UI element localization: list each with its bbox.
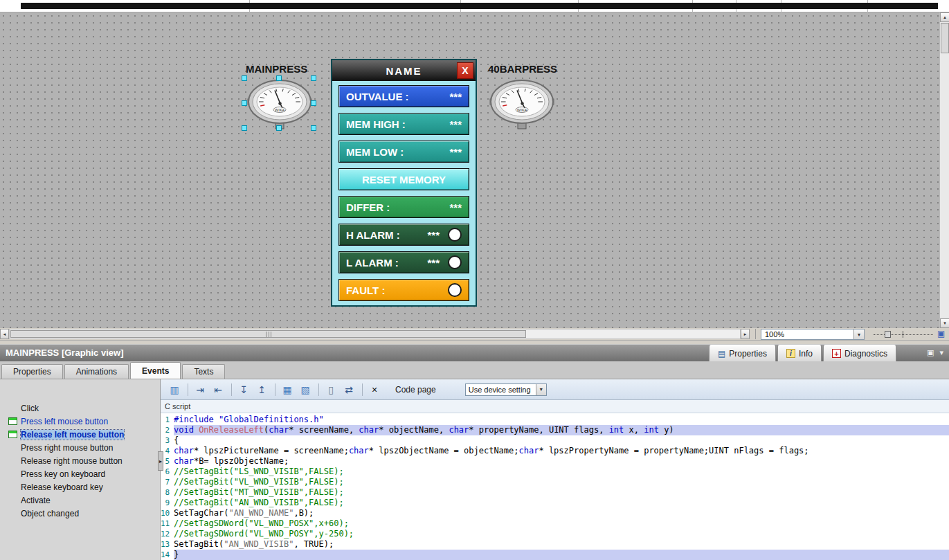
faceplate-row-value: *** xyxy=(449,118,462,130)
indent-icon[interactable]: ⇥ xyxy=(192,382,208,397)
selection-handle[interactable] xyxy=(276,125,282,131)
edit-table-icon[interactable]: ▧ xyxy=(297,382,314,397)
faceplate-row-6[interactable]: L ALARM :*** xyxy=(338,251,469,273)
canvas-statusbar: ◂ ▸ 100% ▾ ▣ xyxy=(0,328,949,341)
insert-table-icon[interactable]: ▦ xyxy=(279,382,296,397)
selection-handle[interactable] xyxy=(242,75,247,81)
tab-animations[interactable]: Animations xyxy=(64,364,129,379)
outdent-icon[interactable]: ⇤ xyxy=(210,382,226,397)
selection-handle[interactable] xyxy=(311,75,316,81)
faceplate-row-2[interactable]: MEM LOW :*** xyxy=(338,141,469,163)
configured-script-icon xyxy=(8,431,17,438)
selection-handle[interactable] xyxy=(276,75,282,81)
code-line-10[interactable]: 10SetTagChar("AN_WND_NAME",B); xyxy=(161,508,949,518)
tab-events[interactable]: Events xyxy=(130,362,181,379)
script-toolbar: ▥⇥⇤↧↥▦▧▯⇄× Code page Use device setting … xyxy=(161,379,949,400)
transfer-script-icon[interactable]: ⇄ xyxy=(341,382,357,397)
faceplate-titlebar[interactable]: NAME X xyxy=(332,60,476,81)
event-item-press-left-mouse-button[interactable]: Press left mouse button xyxy=(0,415,160,428)
event-item-release-left-mouse-button[interactable]: Release left mouse button xyxy=(0,428,160,441)
code-page-select[interactable]: Use device setting ▾ xyxy=(465,383,547,396)
event-item-object-changed[interactable]: Object changed xyxy=(0,507,160,520)
horizontal-scrollbar[interactable] xyxy=(9,329,741,339)
code-line-13[interactable]: 13SetTagBit("AN_WND_VISIB", TRUE); xyxy=(161,539,949,550)
event-item-release-keyboard-key[interactable]: Release keyboard key xyxy=(0,480,160,494)
tab-texts[interactable]: Texts xyxy=(182,364,225,379)
move-line-up-icon[interactable]: ↥ xyxy=(253,382,270,397)
collapse-panel-icon[interactable]: ▾ xyxy=(939,348,943,357)
zoom-slider[interactable] xyxy=(874,331,933,338)
scroll-up-icon[interactable]: ▴ xyxy=(940,12,949,22)
slider-handle[interactable] xyxy=(885,331,891,338)
faceplate-row-value: *** xyxy=(449,146,462,158)
apply-changes-icon[interactable]: ▥ xyxy=(166,382,183,397)
selection-handle[interactable] xyxy=(242,125,247,131)
code-line-12[interactable]: 12//SetTagSDWord("VL_WND_POSY",y-250); xyxy=(161,529,949,539)
event-item-release-right-mouse-button[interactable]: Release right mouse button xyxy=(0,454,160,467)
event-item-click[interactable]: Click xyxy=(0,401,160,415)
pane-info[interactable]: i Info xyxy=(777,345,822,362)
code-line-7[interactable]: 7//SetTagBit("VL_WND_VISIB",FALSE); xyxy=(161,477,949,487)
vertical-scrollbar[interactable]: ▴ ▾ xyxy=(939,12,949,328)
selection-handle[interactable] xyxy=(242,100,247,106)
device-label-40barpress[interactable]: 40BARPRESS xyxy=(488,63,557,75)
code-line-5[interactable]: 5char*B= lpszObjectName; xyxy=(161,456,949,467)
selection-handle[interactable] xyxy=(311,100,316,106)
event-item-press-key-on-keyboard[interactable]: Press key on keyboard xyxy=(0,467,160,480)
pane-diagnostics[interactable]: + Diagnostics xyxy=(823,345,896,362)
code-line-11[interactable]: 11//SetTagSDWord("VL_WND_POSX",x+60); xyxy=(161,518,949,529)
event-item-label: Press right mouse button xyxy=(21,443,113,453)
horizontal-scroll-thumb[interactable] xyxy=(10,330,526,338)
scroll-down-icon[interactable]: ▾ xyxy=(940,318,949,328)
faceplate-row-label: MEM HIGH : xyxy=(346,118,406,130)
toolbar-separator xyxy=(231,383,232,396)
faceplate-window: NAME X OUTVALUE :***MEM HIGH :***MEM LOW… xyxy=(331,59,477,307)
new-script-icon[interactable]: ▯ xyxy=(323,382,339,397)
code-line-8[interactable]: 8//SetTagBit("MT_WND_VISIB",FALSE); xyxy=(161,487,949,498)
code-line-14[interactable]: 14} xyxy=(161,550,949,560)
code-line-2[interactable]: 2void OnReleaseLeft(char* screenName, ch… xyxy=(161,425,949,435)
code-line-text: //SetTagSDWord("VL_WND_POSX",x+60); xyxy=(174,518,949,529)
chevron-down-icon[interactable]: ▾ xyxy=(536,384,546,395)
top-toolbar-strip xyxy=(0,0,949,12)
gauge-mainpress[interactable]: WIKA xyxy=(246,78,313,132)
pane-properties[interactable]: ▤ Properties xyxy=(709,345,776,362)
fit-to-window-icon[interactable]: ▣ xyxy=(937,329,945,338)
zoom-select[interactable]: 100% ▾ xyxy=(761,329,865,340)
toolbar-separator xyxy=(362,383,363,396)
faceplate-row-5[interactable]: H ALARM :*** xyxy=(338,224,469,246)
event-item-activate[interactable]: Activate xyxy=(0,494,160,507)
faceplate-row-1[interactable]: MEM HIGH :*** xyxy=(338,113,469,135)
chevron-down-icon[interactable]: ▾ xyxy=(853,329,864,339)
event-item-press-right-mouse-button[interactable]: Press right mouse button xyxy=(0,441,160,454)
code-line-4[interactable]: 4char* lpszPictureName = screenName;char… xyxy=(161,446,949,456)
float-panel-icon[interactable]: ▣ xyxy=(927,348,934,357)
zoom-value: 100% xyxy=(765,330,784,338)
faceplate-row-label: RESET MEMORY xyxy=(362,174,446,186)
tab-properties[interactable]: Properties xyxy=(1,364,63,379)
move-line-down-icon[interactable]: ↧ xyxy=(235,382,252,397)
scroll-left-icon[interactable]: ◂ xyxy=(0,329,9,339)
code-line-3[interactable]: 3{ xyxy=(161,435,949,446)
code-editor[interactable]: 1#include "GlobalDefinitions.h"2void OnR… xyxy=(161,413,949,560)
faceplate-row-0[interactable]: OUTVALUE :*** xyxy=(338,85,469,107)
panel-splitter[interactable]: ▸ xyxy=(158,451,163,471)
gauge-40barpress[interactable]: WIKA xyxy=(489,78,555,132)
graphic-canvas[interactable]: MAINPRESS WIKA xyxy=(0,12,939,328)
code-line-1[interactable]: 1#include "GlobalDefinitions.h" xyxy=(161,415,949,425)
close-button[interactable]: X xyxy=(457,62,473,79)
selection-handle[interactable] xyxy=(311,125,316,131)
faceplate-row-value: *** xyxy=(449,91,462,102)
code-line-text: //SetTagBit("LS_WND_VISIB",FALSE); xyxy=(174,467,949,477)
faceplate-row-4[interactable]: DIFFER :*** xyxy=(338,196,469,218)
code-line-6[interactable]: 6//SetTagBit("LS_WND_VISIB",FALSE); xyxy=(161,467,949,477)
vertical-scroll-thumb[interactable] xyxy=(941,23,949,53)
faceplate-row-7[interactable]: FAULT : xyxy=(338,279,469,301)
faceplate-row-3[interactable]: RESET MEMORY xyxy=(338,168,469,190)
line-number: 12 xyxy=(161,529,174,539)
scroll-right-icon[interactable]: ▸ xyxy=(741,329,750,339)
diagnostics-icon: + xyxy=(832,349,841,358)
code-line-9[interactable]: 9//SetTagBit("AN_WND_VISIB",FALSE); xyxy=(161,498,949,508)
delete-icon[interactable]: × xyxy=(366,382,383,397)
device-label-mainpress[interactable]: MAINPRESS xyxy=(246,63,307,75)
